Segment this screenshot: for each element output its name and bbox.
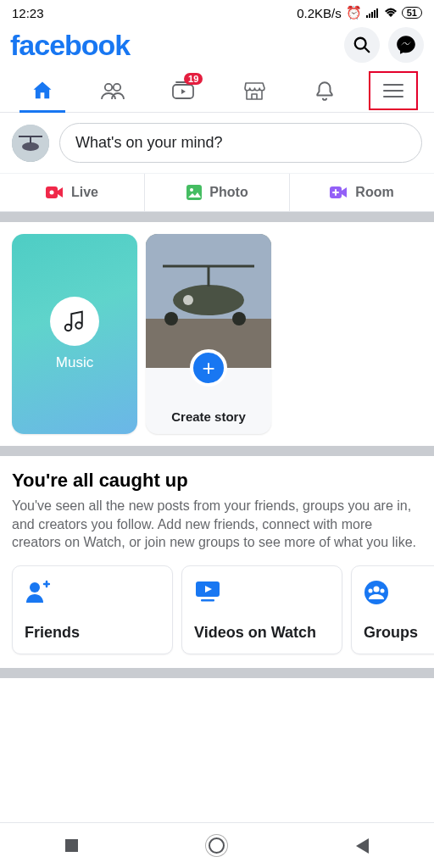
status-bar: 12:23 0.2KB/s ⏰ 51 — [0, 0, 434, 22]
svg-rect-19 — [186, 185, 202, 200]
clock: 12:23 — [12, 6, 44, 20]
app-header: facebook — [0, 22, 434, 70]
network-speed: 0.2KB/s — [297, 6, 342, 20]
svg-point-29 — [232, 312, 246, 326]
svg-rect-3 — [374, 10, 376, 18]
caught-up-section: You're all caught up You've seen all the… — [0, 456, 434, 562]
helicopter-icon — [12, 125, 49, 162]
search-button[interactable] — [344, 27, 380, 63]
room-button[interactable]: Room — [289, 174, 434, 211]
messenger-button[interactable] — [388, 27, 424, 63]
messenger-icon — [395, 34, 417, 56]
friends-card[interactable]: Friends — [12, 565, 173, 654]
room-icon — [330, 186, 348, 199]
alarm-icon: ⏰ — [346, 5, 362, 20]
svg-point-34 — [374, 586, 380, 592]
composer-input[interactable]: What's on your mind? — [59, 123, 422, 163]
home-button[interactable] — [209, 837, 225, 854]
composer-row: What's on your mind? — [0, 113, 434, 173]
videos-card-title: Videos on Watch — [194, 624, 330, 642]
groups-icon — [364, 580, 434, 605]
hamburger-icon — [382, 82, 404, 99]
svg-point-8 — [114, 84, 120, 91]
tab-home[interactable] — [16, 70, 69, 112]
search-icon — [353, 36, 371, 54]
tab-bar: 19 — [0, 70, 434, 113]
profile-avatar[interactable] — [12, 125, 49, 162]
friends-icon — [100, 79, 125, 103]
watch-badge: 19 — [184, 73, 203, 85]
bell-icon — [314, 79, 336, 103]
svg-rect-32 — [201, 599, 214, 602]
svg-rect-4 — [376, 8, 378, 18]
facebook-logo: facebook — [10, 29, 130, 62]
home-icon — [31, 79, 54, 103]
live-icon — [46, 186, 64, 199]
battery-icon: 51 — [402, 7, 422, 19]
svg-point-18 — [49, 191, 53, 195]
live-button[interactable]: Live — [0, 174, 144, 211]
svg-point-7 — [105, 84, 112, 91]
photo-icon — [186, 184, 203, 201]
section-divider — [0, 668, 434, 678]
friends-card-title: Friends — [25, 624, 160, 642]
caught-body: You've seen all the new posts from your … — [12, 497, 422, 552]
music-icon — [50, 297, 99, 346]
svg-point-20 — [190, 188, 193, 192]
svg-line-6 — [364, 47, 370, 53]
story-preview-image: + — [146, 234, 271, 368]
add-friend-icon — [25, 580, 160, 605]
signal-icon — [366, 6, 380, 20]
tab-menu[interactable] — [369, 71, 418, 110]
svg-point-30 — [30, 582, 40, 593]
composer-actions: Live Photo Room — [0, 173, 434, 212]
music-story-card[interactable]: Music — [12, 234, 137, 434]
groups-card-title: Groups — [364, 624, 434, 642]
caught-title: You're all caught up — [12, 470, 422, 492]
tab-notifications[interactable] — [298, 70, 351, 112]
section-divider — [0, 446, 434, 456]
music-label: Music — [56, 354, 93, 371]
tab-marketplace[interactable] — [228, 70, 281, 112]
svg-point-33 — [364, 581, 388, 604]
svg-point-14 — [22, 142, 39, 151]
back-button[interactable] — [356, 838, 369, 854]
photo-button[interactable]: Photo — [144, 174, 289, 211]
section-divider — [0, 212, 434, 222]
svg-point-36 — [381, 588, 385, 593]
tab-friends[interactable] — [86, 70, 139, 112]
system-nav-bar — [0, 822, 434, 868]
svg-rect-1 — [369, 14, 370, 18]
svg-point-28 — [164, 312, 178, 326]
svg-rect-0 — [366, 15, 368, 18]
svg-point-35 — [369, 588, 373, 593]
recent-apps-button[interactable] — [65, 839, 78, 852]
tab-watch[interactable]: 19 — [157, 70, 209, 112]
wifi-icon — [384, 6, 398, 20]
add-story-button[interactable]: + — [190, 349, 227, 387]
suggestion-row: Friends Videos on Watch Groups — [0, 562, 434, 666]
stories-row: Music + Create story — [0, 222, 434, 446]
marketplace-icon — [242, 80, 266, 102]
svg-rect-2 — [371, 12, 373, 18]
videos-card[interactable]: Videos on Watch — [181, 565, 342, 654]
create-story-card[interactable]: + Create story — [146, 234, 271, 434]
watch-card-icon — [194, 580, 330, 605]
svg-point-27 — [183, 295, 193, 305]
groups-card[interactable]: Groups — [351, 565, 434, 654]
